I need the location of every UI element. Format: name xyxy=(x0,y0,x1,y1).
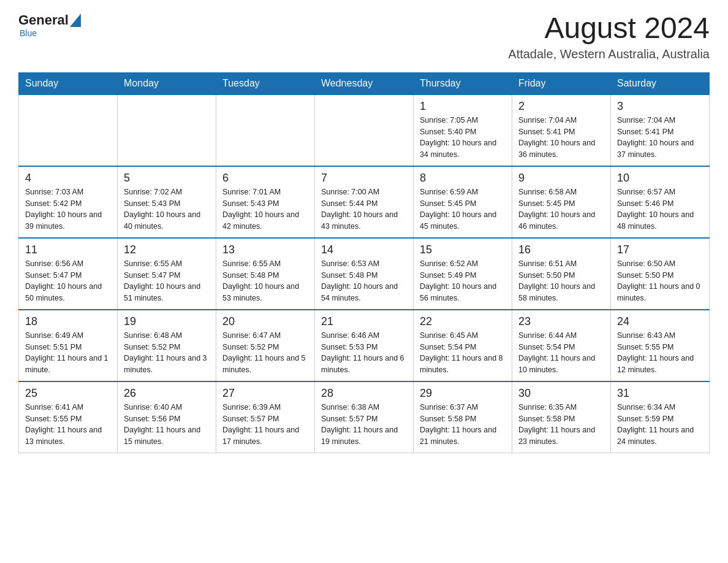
day-number: 17 xyxy=(617,243,703,256)
calendar-cell: 29Sunrise: 6:37 AMSunset: 5:58 PMDayligh… xyxy=(414,381,512,453)
calendar-cell: 20Sunrise: 6:47 AMSunset: 5:52 PMDayligh… xyxy=(216,310,315,381)
day-number: 26 xyxy=(124,387,210,400)
day-info: Sunrise: 6:55 AMSunset: 5:47 PMDaylight:… xyxy=(124,258,210,304)
day-info: Sunrise: 6:44 AMSunset: 5:54 PMDaylight:… xyxy=(518,330,604,376)
day-info: Sunrise: 7:04 AMSunset: 5:41 PMDaylight:… xyxy=(518,115,604,161)
day-number: 28 xyxy=(321,387,407,400)
day-number: 8 xyxy=(420,172,506,185)
logo-triangle-icon xyxy=(70,13,81,27)
day-number: 22 xyxy=(420,315,506,328)
calendar-cell: 5Sunrise: 7:02 AMSunset: 5:43 PMDaylight… xyxy=(118,166,216,238)
day-number: 31 xyxy=(617,387,703,400)
day-number: 6 xyxy=(222,172,308,185)
day-info: Sunrise: 6:34 AMSunset: 5:59 PMDaylight:… xyxy=(617,402,703,448)
title-area: August 2024 Attadale, Western Australia,… xyxy=(508,12,710,61)
day-info: Sunrise: 6:53 AMSunset: 5:48 PMDaylight:… xyxy=(321,258,407,304)
day-info: Sunrise: 7:00 AMSunset: 5:44 PMDaylight:… xyxy=(321,186,407,232)
calendar-cell: 31Sunrise: 6:34 AMSunset: 5:59 PMDayligh… xyxy=(611,381,710,453)
location-title: Attadale, Western Australia, Australia xyxy=(508,47,710,61)
calendar-cell: 6Sunrise: 7:01 AMSunset: 5:43 PMDaylight… xyxy=(216,166,315,238)
calendar-cell: 15Sunrise: 6:52 AMSunset: 5:49 PMDayligh… xyxy=(414,238,512,310)
calendar-cell: 4Sunrise: 7:03 AMSunset: 5:42 PMDaylight… xyxy=(19,166,118,238)
day-info: Sunrise: 6:37 AMSunset: 5:58 PMDaylight:… xyxy=(420,402,506,448)
calendar-cell: 2Sunrise: 7:04 AMSunset: 5:41 PMDaylight… xyxy=(512,94,611,166)
calendar-cell: 9Sunrise: 6:58 AMSunset: 5:45 PMDaylight… xyxy=(512,166,611,238)
calendar-cell: 13Sunrise: 6:55 AMSunset: 5:48 PMDayligh… xyxy=(216,238,315,310)
day-info: Sunrise: 6:43 AMSunset: 5:55 PMDaylight:… xyxy=(617,330,703,376)
calendar-cell xyxy=(216,94,315,166)
calendar-cell: 3Sunrise: 7:04 AMSunset: 5:41 PMDaylight… xyxy=(611,94,710,166)
day-number: 4 xyxy=(25,172,111,185)
month-title: August 2024 xyxy=(508,12,710,45)
day-number: 14 xyxy=(321,243,407,256)
day-info: Sunrise: 6:35 AMSunset: 5:58 PMDaylight:… xyxy=(518,402,604,448)
day-number: 16 xyxy=(518,243,604,256)
day-number: 11 xyxy=(25,243,111,256)
day-info: Sunrise: 6:49 AMSunset: 5:51 PMDaylight:… xyxy=(25,330,111,376)
svg-marker-0 xyxy=(70,13,81,27)
calendar-cell: 27Sunrise: 6:39 AMSunset: 5:57 PMDayligh… xyxy=(216,381,315,453)
calendar-week-4: 18Sunrise: 6:49 AMSunset: 5:51 PMDayligh… xyxy=(19,310,710,381)
weekday-header-sunday: Sunday xyxy=(19,72,118,94)
day-number: 23 xyxy=(518,315,604,328)
weekday-header-thursday: Thursday xyxy=(414,72,512,94)
day-info: Sunrise: 6:52 AMSunset: 5:49 PMDaylight:… xyxy=(420,258,506,304)
calendar-cell: 26Sunrise: 6:40 AMSunset: 5:56 PMDayligh… xyxy=(118,381,216,453)
calendar-cell: 10Sunrise: 6:57 AMSunset: 5:46 PMDayligh… xyxy=(611,166,710,238)
calendar-cell: 7Sunrise: 7:00 AMSunset: 5:44 PMDaylight… xyxy=(315,166,414,238)
day-info: Sunrise: 6:38 AMSunset: 5:57 PMDaylight:… xyxy=(321,402,407,448)
calendar-cell: 18Sunrise: 6:49 AMSunset: 5:51 PMDayligh… xyxy=(19,310,118,381)
day-number: 12 xyxy=(124,243,210,256)
day-number: 1 xyxy=(420,100,506,113)
day-info: Sunrise: 6:45 AMSunset: 5:54 PMDaylight:… xyxy=(420,330,506,376)
calendar-cell: 8Sunrise: 6:59 AMSunset: 5:45 PMDaylight… xyxy=(414,166,512,238)
day-info: Sunrise: 6:40 AMSunset: 5:56 PMDaylight:… xyxy=(124,402,210,448)
calendar-cell: 19Sunrise: 6:48 AMSunset: 5:52 PMDayligh… xyxy=(118,310,216,381)
day-number: 15 xyxy=(420,243,506,256)
day-info: Sunrise: 7:05 AMSunset: 5:40 PMDaylight:… xyxy=(420,115,506,161)
day-number: 20 xyxy=(222,315,308,328)
day-info: Sunrise: 6:58 AMSunset: 5:45 PMDaylight:… xyxy=(518,186,604,232)
logo: General Blue xyxy=(18,12,81,38)
day-number: 30 xyxy=(518,387,604,400)
calendar-cell: 11Sunrise: 6:56 AMSunset: 5:47 PMDayligh… xyxy=(19,238,118,310)
calendar-week-3: 11Sunrise: 6:56 AMSunset: 5:47 PMDayligh… xyxy=(19,238,710,310)
calendar-cell: 30Sunrise: 6:35 AMSunset: 5:58 PMDayligh… xyxy=(512,381,611,453)
calendar-cell: 16Sunrise: 6:51 AMSunset: 5:50 PMDayligh… xyxy=(512,238,611,310)
calendar-cell: 22Sunrise: 6:45 AMSunset: 5:54 PMDayligh… xyxy=(414,310,512,381)
day-number: 24 xyxy=(617,315,703,328)
day-info: Sunrise: 7:02 AMSunset: 5:43 PMDaylight:… xyxy=(124,186,210,232)
calendar-table: SundayMondayTuesdayWednesdayThursdayFrid… xyxy=(18,72,710,453)
day-number: 21 xyxy=(321,315,407,328)
day-info: Sunrise: 6:57 AMSunset: 5:46 PMDaylight:… xyxy=(617,186,703,232)
calendar-cell: 21Sunrise: 6:46 AMSunset: 5:53 PMDayligh… xyxy=(315,310,414,381)
day-number: 2 xyxy=(518,100,604,113)
day-number: 7 xyxy=(321,172,407,185)
logo-general: General xyxy=(18,12,69,28)
day-number: 13 xyxy=(222,243,308,256)
day-info: Sunrise: 7:01 AMSunset: 5:43 PMDaylight:… xyxy=(222,186,308,232)
calendar-cell: 14Sunrise: 6:53 AMSunset: 5:48 PMDayligh… xyxy=(315,238,414,310)
day-number: 29 xyxy=(420,387,506,400)
calendar-week-5: 25Sunrise: 6:41 AMSunset: 5:55 PMDayligh… xyxy=(19,381,710,453)
day-info: Sunrise: 6:39 AMSunset: 5:57 PMDaylight:… xyxy=(222,402,308,448)
calendar-cell: 23Sunrise: 6:44 AMSunset: 5:54 PMDayligh… xyxy=(512,310,611,381)
day-number: 3 xyxy=(617,100,703,113)
day-number: 10 xyxy=(617,172,703,185)
day-info: Sunrise: 7:03 AMSunset: 5:42 PMDaylight:… xyxy=(25,186,111,232)
day-number: 9 xyxy=(518,172,604,185)
logo-blue: Blue xyxy=(20,28,37,38)
day-info: Sunrise: 6:56 AMSunset: 5:47 PMDaylight:… xyxy=(25,258,111,304)
calendar-cell: 24Sunrise: 6:43 AMSunset: 5:55 PMDayligh… xyxy=(611,310,710,381)
day-info: Sunrise: 6:59 AMSunset: 5:45 PMDaylight:… xyxy=(420,186,506,232)
day-number: 27 xyxy=(222,387,308,400)
day-info: Sunrise: 6:55 AMSunset: 5:48 PMDaylight:… xyxy=(222,258,308,304)
calendar-cell: 1Sunrise: 7:05 AMSunset: 5:40 PMDaylight… xyxy=(414,94,512,166)
calendar-cell: 25Sunrise: 6:41 AMSunset: 5:55 PMDayligh… xyxy=(19,381,118,453)
calendar-week-2: 4Sunrise: 7:03 AMSunset: 5:42 PMDaylight… xyxy=(19,166,710,238)
calendar-cell: 12Sunrise: 6:55 AMSunset: 5:47 PMDayligh… xyxy=(118,238,216,310)
weekday-header-row: SundayMondayTuesdayWednesdayThursdayFrid… xyxy=(19,72,710,94)
day-info: Sunrise: 6:51 AMSunset: 5:50 PMDaylight:… xyxy=(518,258,604,304)
day-info: Sunrise: 6:48 AMSunset: 5:52 PMDaylight:… xyxy=(124,330,210,376)
weekday-header-wednesday: Wednesday xyxy=(315,72,414,94)
